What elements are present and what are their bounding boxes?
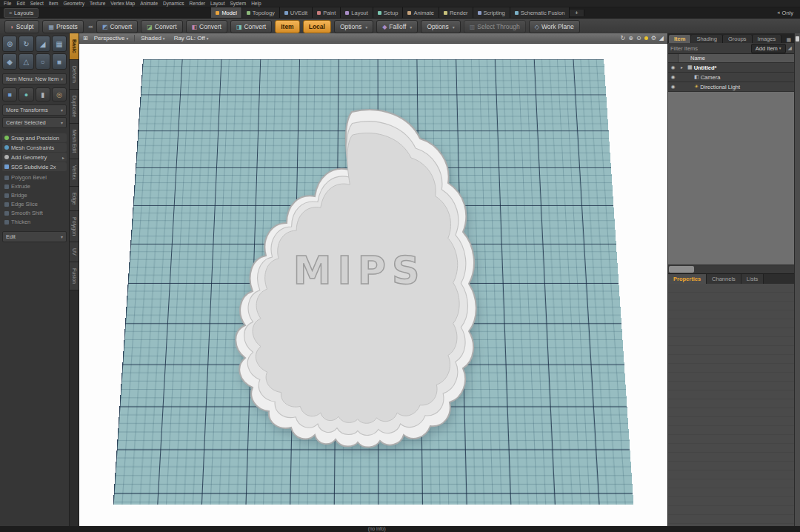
menu-item[interactable]: Dynamics <box>163 1 184 6</box>
add-item-button[interactable]: Add Item <box>751 44 786 53</box>
viewport-mode-dropdown[interactable]: Perspective <box>91 34 132 42</box>
toolbar-button[interactable]: ◆ Falloff <box>376 20 418 33</box>
toolbar-button[interactable]: ◨ Convert <box>230 20 272 33</box>
properties-tab[interactable]: Properties <box>668 274 707 284</box>
primitive-button[interactable]: ■ <box>2 87 17 102</box>
item-list-scrollbar[interactable] <box>668 265 794 273</box>
toolbar-button[interactable]: ◇ Work Plane <box>529 20 580 33</box>
mesh-tool-button[interactable]: Bridge <box>2 191 67 199</box>
tool-category-tab[interactable]: Vertex <box>70 159 79 187</box>
visibility-eye-icon[interactable] <box>668 64 678 70</box>
tool-category-tab[interactable]: Edge <box>70 187 79 211</box>
only-toggle[interactable]: ◂ Only <box>777 10 796 16</box>
item-panel-tab[interactable]: Item <box>669 35 691 43</box>
viewport-3d[interactable]: ⊞ Perspective Shaded Ray GL: Off ↻ ⊕ ⊙ ⚙ <box>79 33 667 526</box>
tool-category-tab[interactable]: UV <box>70 242 79 262</box>
toolbar-button[interactable]: ◪ Convert <box>141 20 182 33</box>
menu-item[interactable]: Help <box>251 1 261 6</box>
tool-category-tab[interactable]: Basic <box>70 33 79 60</box>
menu-item[interactable]: Edit <box>16 1 24 6</box>
menu-item[interactable]: Render <box>190 1 205 6</box>
menu-item[interactable]: Select <box>30 1 44 6</box>
menu-item[interactable]: System <box>230 1 246 6</box>
expander-icon[interactable]: ▸ <box>681 65 686 70</box>
menu-item[interactable]: Item <box>49 1 59 6</box>
item-tree[interactable]: ▸ ▦ Untitled* ◧ Camera <box>668 63 794 265</box>
viewport-canvas[interactable]: MIPS <box>79 43 667 526</box>
mesh-tool-button[interactable]: Extrude <box>2 182 67 190</box>
tool-button[interactable]: ▦ <box>52 36 67 52</box>
mesh-tool-button[interactable]: Thicken <box>2 218 67 226</box>
primitive-button[interactable]: ● <box>19 87 33 102</box>
toolbar-button[interactable]: ◩ Convert <box>96 20 138 33</box>
scrollbar-thumb[interactable] <box>669 266 694 273</box>
item-tree-row[interactable]: ☀ Directional Light <box>668 82 794 92</box>
add-workspace-tab-button[interactable]: + <box>570 10 584 16</box>
filter-items-input[interactable]: Filter Items <box>670 45 749 52</box>
tool-button[interactable]: △ <box>19 53 33 70</box>
toolbar-button[interactable]: Options <box>334 20 373 33</box>
gear-icon[interactable]: ⚙ <box>651 35 656 41</box>
tool-button[interactable]: ■ <box>52 53 67 70</box>
toolbar-button[interactable]: Item <box>275 20 299 33</box>
workspace-tab[interactable]: Model <box>211 7 241 18</box>
collapse-toolbar-icon[interactable]: ◂◂ <box>87 24 93 30</box>
item-tree-row[interactable]: ▸ ▦ Untitled* <box>668 63 794 73</box>
tool-category-tab[interactable]: Deform <box>70 60 79 90</box>
visibility-eye-icon[interactable] <box>668 74 678 80</box>
tool-button[interactable]: ↻ <box>19 36 33 52</box>
panel-grid-icon[interactable]: ▦ <box>784 37 793 43</box>
properties-tab[interactable]: Channels <box>707 274 741 284</box>
tool-category-tab[interactable]: Fusion <box>70 262 79 290</box>
item-panel-tab[interactable]: Images <box>753 35 782 43</box>
tool-category-tab[interactable]: Duplicate <box>70 90 79 124</box>
viewport-raygl-dropdown[interactable]: Ray GL: Off <box>171 34 212 42</box>
menu-item[interactable]: Vertex Map <box>110 1 135 6</box>
more-transforms-dropdown[interactable]: More Transforms <box>2 104 67 116</box>
workspace-tab[interactable]: Topology <box>242 7 280 18</box>
primitive-button[interactable]: ▮ <box>36 87 50 102</box>
viewport-thumb-icon[interactable]: ⊞ <box>83 35 88 41</box>
workspace-tab[interactable]: Paint <box>313 7 341 18</box>
corner-resize-icon[interactable]: ◢ <box>659 35 664 41</box>
name-column-header[interactable]: Name <box>679 55 705 61</box>
mesh-tool-button[interactable]: Polygon Bevel <box>2 173 67 182</box>
layouts-button[interactable]: ≡ Layouts <box>4 8 39 18</box>
workspace-tab[interactable]: Schematic Fusion <box>510 7 570 18</box>
tool-button[interactable]: ◆ <box>2 53 17 70</box>
dolly-icon[interactable]: ⊙ <box>636 35 641 41</box>
left-panel-button[interactable]: Snap and Precision <box>2 133 67 142</box>
item-panel-tab[interactable]: Shading <box>691 35 723 43</box>
menu-item[interactable]: Animate <box>140 1 158 6</box>
menu-item[interactable]: Texture <box>90 1 105 6</box>
sds-subdivide-button[interactable]: SDS Subdivide 2x <box>2 162 67 171</box>
workspace-tab[interactable]: Animate <box>403 7 439 18</box>
toolbar-button[interactable]: ◧ Convert <box>186 20 227 33</box>
viewport-shading-dropdown[interactable]: Shaded <box>138 34 167 42</box>
menu-item[interactable]: File <box>4 1 11 6</box>
left-panel-button[interactable]: Mesh Constraints <box>2 143 67 152</box>
toolbar-button[interactable]: Options <box>421 20 460 33</box>
panel-grip-icon[interactable] <box>796 36 799 41</box>
workspace-tab[interactable]: Scripting <box>473 7 510 18</box>
tool-button[interactable]: ○ <box>36 53 50 70</box>
primitive-button[interactable]: ◎ <box>52 87 67 102</box>
properties-tab[interactable]: Lists <box>741 274 764 284</box>
workspace-tab[interactable]: Layout <box>341 7 373 18</box>
sculpt-button[interactable]: ◗ Sculpt <box>4 20 39 33</box>
item-menu-dropdown[interactable]: Item Menu: New Item <box>2 73 67 84</box>
menu-item[interactable]: Geometry <box>63 1 84 6</box>
toolbar-button[interactable]: ▥ Select Through <box>464 20 526 33</box>
edit-dropdown[interactable]: Edit <box>2 231 67 242</box>
tool-category-tab[interactable]: Polygon <box>70 211 79 242</box>
panel-corner-icon[interactable]: ◢ <box>788 45 792 51</box>
presets-button[interactable]: ▦ Presets <box>42 20 83 33</box>
item-panel-tab[interactable]: Groups <box>723 35 753 43</box>
left-panel-button[interactable]: Add Geometry <box>2 153 67 162</box>
workspace-tab[interactable]: Render <box>439 7 473 18</box>
mesh-tool-button[interactable]: Smooth Shift <box>2 209 67 217</box>
tool-button[interactable]: ⊕ <box>2 36 17 52</box>
workspace-tab[interactable]: Setup <box>373 7 404 18</box>
item-tree-row[interactable]: ◧ Camera <box>668 73 794 82</box>
toolbar-button[interactable]: Local <box>303 20 331 33</box>
